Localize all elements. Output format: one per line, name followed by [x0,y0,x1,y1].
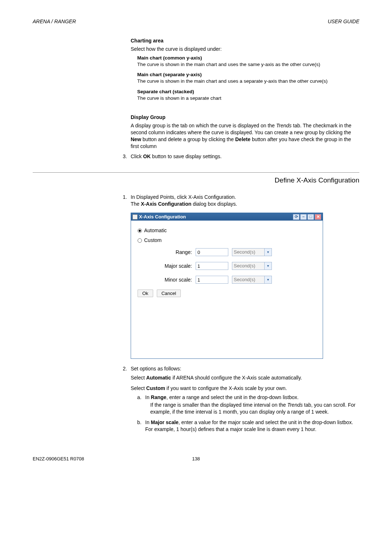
cancel-button[interactable]: Cancel [157,290,181,297]
display-group-title: Display Group [131,114,359,121]
radio-automatic[interactable]: Automatic [138,227,316,234]
step-1: 1. In Displayed Points, click X-Axis Con… [118,194,359,359]
charting-option: Main chart (separate y-axis) The curve i… [137,71,359,85]
close-button[interactable]: ✕ [315,214,321,220]
charting-intro: Select how the curve is displayed under: [131,46,359,53]
range-label: Range: [158,249,196,256]
chevron-down-icon[interactable]: ▾ [265,276,272,284]
step-body: In Displayed Points, click X-Axis Config… [131,194,359,359]
substep-b: b. In Major scale, enter a value for the… [137,419,359,433]
ok-button[interactable]: Ok [138,290,153,297]
opt-desc: The curve is shown in the main chart and… [137,61,359,68]
minor-label: Minor scale: [158,276,196,283]
step-2: 2. Set options as follows: Select Automa… [118,365,359,436]
header-left: ARENA / RANGER [33,18,76,25]
step-body: Click OK button to save display settings… [131,153,359,160]
page-number: 138 [192,456,200,462]
opt-title: Separate chart (stacked) [137,89,359,95]
app-icon [132,214,138,219]
radio-icon [138,238,142,243]
substep-a: a. In Range, enter a range and select th… [137,394,359,415]
minimize-button[interactable]: – [300,214,307,220]
step-num: 1. [118,194,131,359]
refresh-icon[interactable]: ⟳ [293,214,299,220]
major-row: Major scale: Second(s) ▾ [158,262,316,270]
xaxis-config-dialog: X-Axis Configuration ⟳ – □ ✕ Automatic [131,213,323,359]
step-body: Set options as follows: Select Automatic… [131,365,359,436]
display-group-para: A display group is the tab on which the … [131,122,359,150]
step-num: 3. [118,153,131,160]
range-input[interactable] [196,248,228,256]
section-heading: Define X-Axis Configuration [131,176,359,185]
footer-doc-id: EN2Z-0906GE51 R0708 [33,456,84,462]
charting-option: Separate chart (stacked) The curve is sh… [137,89,359,102]
step-3: 3. Click OK button to save display setti… [118,153,359,160]
opt-title: Main chart (separate y-axis) [137,71,359,78]
minor-row: Minor scale: Second(s) ▾ [158,276,316,284]
page-footer: EN2Z-0906GE51 R0708 138 [33,456,359,462]
chevron-down-icon[interactable]: ▾ [265,262,272,270]
minor-unit-select[interactable]: Second(s) [232,276,265,284]
maximize-button[interactable]: □ [307,214,314,220]
range-unit-select[interactable]: Second(s) [232,248,265,256]
major-label: Major scale: [158,263,196,270]
dialog-title: X-Axis Configuration [139,214,186,220]
charting-option: Main chart (common y-axis) The curve is … [137,55,359,68]
charting-area-title: Charting area [131,37,359,44]
major-unit-select[interactable]: Second(s) [232,262,265,270]
radio-icon [138,229,142,233]
page-header: ARENA / RANGER USER GUIDE [33,18,359,25]
opt-desc: The curve is shown in the main chart and… [137,78,359,85]
opt-title: Main chart (common y-axis) [137,55,359,61]
step-num: 2. [118,365,131,436]
range-row: Range: Second(s) ▾ [158,248,316,256]
section-divider [33,172,359,173]
radio-custom[interactable]: Custom [138,237,316,244]
minor-input[interactable] [196,276,228,284]
opt-desc: The curve is shown in a separate chart [137,95,359,102]
dialog-titlebar: X-Axis Configuration ⟳ – □ ✕ [131,213,323,221]
major-input[interactable] [196,262,228,270]
chevron-down-icon[interactable]: ▾ [265,248,272,256]
header-right: USER GUIDE [328,18,359,25]
